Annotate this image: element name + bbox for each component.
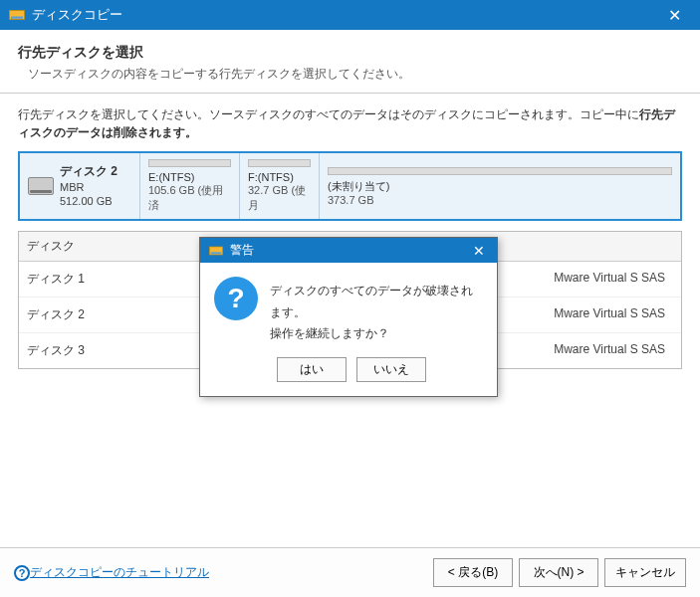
selected-disk-name: ディスク 2: [60, 164, 117, 180]
back-button[interactable]: < 戻る(B): [433, 558, 513, 587]
partition-bar: [148, 159, 231, 167]
partition-label: E:(NTFS): [148, 171, 231, 183]
page-title: 行先ディスクを選択: [18, 44, 682, 62]
dialog-icon: [208, 243, 224, 259]
row-disk-name: ディスク 3: [27, 342, 226, 359]
partition-size: 105.6 GB (使用済: [148, 183, 231, 213]
window-close-button[interactable]: ✕: [656, 6, 692, 25]
selected-disk-summary: ディスク 2 MBR 512.00 GB: [20, 153, 139, 219]
partition-bar: [328, 167, 672, 175]
cancel-button[interactable]: キャンセル: [604, 558, 686, 587]
dialog-message-1: ディスクのすべてのデータが破壊されます。: [270, 281, 483, 323]
page-subtitle: ソースディスクの内容をコピーする行先ディスクを選択してください。: [18, 66, 682, 83]
dialog-close-button[interactable]: ✕: [469, 243, 489, 259]
warning-dialog: 警告 ✕ ? ディスクのすべてのデータが破壊されます。 操作を継続しますか？ は…: [199, 237, 498, 397]
next-button[interactable]: 次へ(N) >: [519, 558, 598, 587]
partition-label: F:(NTFS): [248, 171, 311, 183]
partition-label: (未割り当て): [328, 179, 672, 194]
partition-size: 373.7 GB: [328, 194, 672, 206]
row-disk-name: ディスク 1: [27, 271, 226, 288]
row-disk-name: ディスク 2: [27, 306, 226, 323]
partition-0[interactable]: E:(NTFS) 105.6 GB (使用済: [139, 153, 239, 219]
tutorial-link[interactable]: ディスクコピーのチュートリアル: [30, 564, 209, 581]
yes-button[interactable]: はい: [277, 357, 347, 382]
selected-disk-type: MBR: [60, 180, 117, 194]
svg-rect-3: [211, 252, 222, 254]
window-titlebar: ディスクコピー ✕: [0, 0, 700, 30]
selected-disk-size: 512.00 GB: [60, 194, 117, 208]
partition-1[interactable]: F:(NTFS) 32.7 GB (使月: [239, 153, 319, 219]
dialog-message-2: 操作を継続しますか？: [270, 323, 483, 345]
svg-rect-1: [11, 17, 23, 19]
footer-bar: ? ディスクコピーのチュートリアル < 戻る(B) 次へ(N) > キャンセル: [0, 547, 700, 597]
page-header: 行先ディスクを選択 ソースディスクの内容をコピーする行先ディスクを選択してくださ…: [0, 30, 700, 94]
partition-bar: [248, 159, 311, 167]
partition-2[interactable]: (未割り当て) 373.7 GB: [319, 153, 680, 219]
partition-size: 32.7 GB (使月: [248, 183, 311, 213]
question-icon: ?: [214, 277, 258, 320]
selected-disk-panel[interactable]: ディスク 2 MBR 512.00 GB E:(NTFS) 105.6 GB (…: [18, 151, 682, 221]
dialog-titlebar: 警告 ✕: [200, 238, 497, 263]
window-title: ディスクコピー: [32, 6, 656, 24]
help-icon: ?: [14, 565, 30, 581]
instruction-pre: 行先ディスクを選択してください。ソースディスクのすべてのデータはそのディスクにコ…: [18, 107, 639, 121]
app-icon: [8, 6, 26, 24]
dialog-title: 警告: [230, 242, 469, 259]
disk-icon: [28, 177, 54, 195]
instruction-text: 行先ディスクを選択してください。ソースディスクのすべてのデータはそのディスクにコ…: [18, 105, 682, 141]
no-button[interactable]: いいえ: [356, 357, 426, 382]
